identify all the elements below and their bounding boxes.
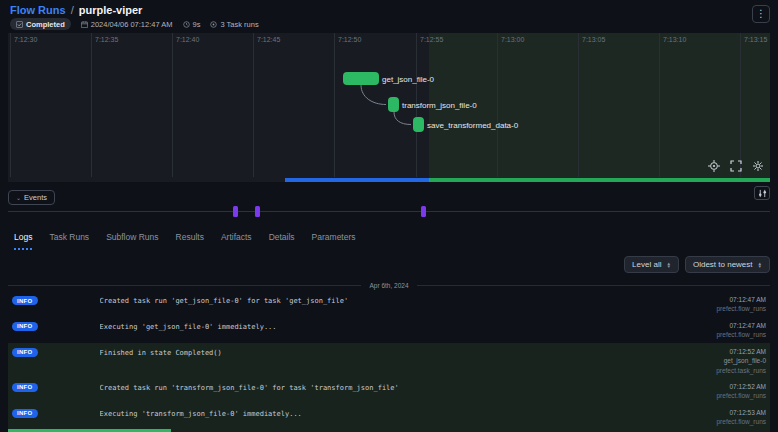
flow-span-bar-completed [429,178,770,182]
level-filter-select[interactable]: Level all ▲▼ [624,256,679,273]
run-menu-button[interactable]: ⋮ [752,5,770,23]
log-logger: prefect.flow_runs [654,417,766,426]
log-message: Created task run 'get_json_file-0' for t… [100,297,654,305]
log-row: INFO Executing 'transform_json_file-0' i… [8,404,770,430]
task-node-save-transformed-data[interactable] [413,117,424,132]
tab-bar: Logs Task Runs Subflow Runs Results Arti… [8,232,770,250]
run-meta-row: Completed 2024/04/06 07:12:47 AM 9s 3 Ta… [10,18,768,30]
events-filter-button[interactable] [754,186,770,200]
log-level-badge: INFO [12,409,38,418]
completed-check-icon [16,21,23,28]
duration: 9s [183,20,201,29]
tick-label: 7:13:15 [744,36,767,43]
tick-label: 7:13:00 [501,36,524,43]
flow-span-bar-running [285,178,429,182]
tab-logs[interactable]: Logs [14,232,32,250]
log-logger: prefect.task_runs [654,366,766,375]
fullscreen-icon[interactable] [730,160,742,172]
log-time: 07:12:52 AM [654,347,766,356]
log-logger: prefect.flow_runs [654,304,766,313]
log-time: 07:12:47 AM [654,321,766,330]
log-filters: Level all ▲▼ Oldest to newest ▲▼ [8,256,770,273]
event-marker[interactable] [255,206,260,217]
log-date-separator: Apr 6th, 2024 [8,279,770,291]
log-logger: prefect.flow_runs [654,391,766,400]
chevron-down-icon: ⌄ [16,194,21,201]
log-level-badge: INFO [12,296,38,305]
log-list[interactable]: Apr 6th, 2024 INFO Created task run 'get… [8,279,770,432]
breadcrumb: Flow Runs / purple-viper [10,4,768,16]
flow-run-name: purple-viper [79,4,143,16]
events-mini-timeline[interactable] [8,205,770,219]
breadcrumb-flow-runs-link[interactable]: Flow Runs [10,4,66,16]
log-level-badge: INFO [12,322,38,331]
events-toggle-button[interactable]: ⌄ Events [8,190,55,205]
tick-label: 7:12:55 [420,36,443,43]
timeline-toolbar [708,160,764,172]
state-label: Completed [26,20,65,29]
tab-artifacts[interactable]: Artifacts [221,232,252,250]
events-label: Events [24,193,47,202]
log-logger: prefect.flow_runs [654,330,766,339]
task-timeline[interactable]: 7:12:30 7:12:35 7:12:40 7:12:45 7:12:50 … [8,33,770,182]
task-label[interactable]: get_json_file-0 [382,75,434,84]
task-node-transform-json-file[interactable] [388,97,399,112]
log-row: INFO Finished in state Completed() 07:12… [8,343,770,378]
tab-parameters[interactable]: Parameters [312,232,356,250]
task-runs-icon [210,21,217,28]
event-marker[interactable] [233,206,238,217]
log-row: INFO Created task run 'transform_json_fi… [8,378,770,404]
tick-label: 7:12:35 [95,36,118,43]
flow-run-page: Flow Runs / purple-viper Completed 2024/… [0,0,778,432]
log-task-name: get_json_file-0 [654,356,766,365]
log-row: INFO Created task run 'get_json_file-0' … [8,291,770,317]
task-label[interactable]: transform_json_file-0 [402,101,477,110]
mini-timeline-track [8,211,770,212]
settings-gear-icon[interactable] [752,160,764,172]
log-level-badge: INFO [12,348,38,357]
tab-results[interactable]: Results [176,232,204,250]
calendar-icon [81,21,88,28]
updown-chevron-icon: ▲▼ [666,262,670,268]
log-message: Executing 'get_json_file-0' immediately.… [100,323,654,331]
tick-label: 7:12:45 [257,36,280,43]
sort-order-select[interactable]: Oldest to newest ▲▼ [685,256,770,273]
log-message: Executing 'transform_json_file-0' immedi… [100,410,654,418]
tick-label: 7:12:50 [338,36,361,43]
tick-label: 7:13:05 [582,36,605,43]
clock-icon [183,21,190,28]
task-run-count: 3 Task runs [210,20,258,29]
tab-details[interactable]: Details [269,232,295,250]
state-badge: Completed [10,18,71,30]
log-row: INFO Executing 'get_json_file-0' immedia… [8,317,770,343]
event-marker[interactable] [421,206,426,217]
updown-chevron-icon: ▲▼ [758,262,762,268]
log-time: 07:12:52 AM [654,382,766,391]
tab-task-runs[interactable]: Task Runs [49,232,89,250]
breadcrumb-separator: / [69,4,76,16]
log-level-badge: INFO [12,383,38,392]
tick-label: 7:13:10 [663,36,686,43]
header: Flow Runs / purple-viper Completed 2024/… [0,0,778,33]
events-row: ⌄ Events [8,186,770,203]
tick-label: 7:12:30 [14,36,37,43]
tab-subflow-runs[interactable]: Subflow Runs [106,232,158,250]
tick-label: 7:12:40 [176,36,199,43]
log-message: Created task run 'transform_json_file-0'… [100,384,654,392]
recenter-icon[interactable] [708,160,720,172]
task-label[interactable]: save_transformed_data-0 [427,121,518,130]
log-time: 07:12:47 AM [654,295,766,304]
start-time: 2024/04/06 07:12:47 AM [81,20,173,29]
task-node-get-json-file[interactable] [343,72,379,85]
log-time: 07:12:53 AM [654,408,766,417]
log-message: Finished in state Completed() [100,349,654,357]
sliders-icon [758,189,767,198]
